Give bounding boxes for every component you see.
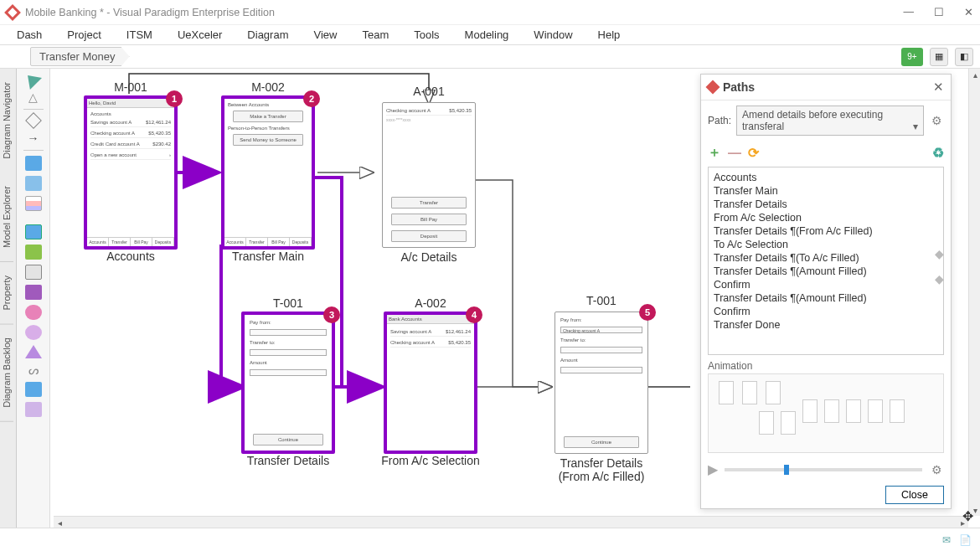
tab-diagram-navigator[interactable]: Diagram Navigator — [0, 69, 13, 173]
menu-diagram[interactable]: Diagram — [247, 28, 288, 41]
diamond-tool-icon[interactable] — [25, 112, 42, 129]
node-label: Transfer Details(From A/c Filled) — [539, 456, 664, 483]
node-id: M-001 — [87, 80, 174, 94]
resize-handle-icon[interactable]: ✥ — [962, 508, 973, 524]
wireframe-a001[interactable]: A-001 Checking account A$5,420.35 xxxx-*… — [382, 102, 476, 248]
shape-palette: △ → ᔕ — [17, 69, 50, 528]
path-step[interactable]: Transfer Details ¶(From A/c Filled) — [714, 224, 938, 238]
animation-slider[interactable] — [725, 468, 922, 471]
screen-tool-icon[interactable] — [25, 224, 42, 239]
menu-team[interactable]: Team — [362, 28, 389, 41]
menu-uexceler[interactable]: UeXceler — [178, 28, 222, 41]
horizontal-scrollbar[interactable]: ◂ ▸ — [54, 516, 968, 528]
tab-model-explorer[interactable]: Model Explorer — [0, 173, 13, 262]
paths-panel: Paths ✕ Path: Amend details before execu… — [700, 74, 952, 509]
wireframe-t001-filled[interactable]: T-001 5 Pay from: Checking account A Tra… — [554, 312, 648, 454]
node-label: Accounts — [70, 250, 191, 263]
path-step[interactable]: Confirm — [714, 305, 938, 318]
move-up-icon[interactable]: ◆ — [935, 247, 944, 260]
menu-itsm[interactable]: ITSM — [126, 28, 152, 41]
folder2-tool-icon[interactable] — [25, 176, 42, 191]
nav-tool-icon[interactable] — [25, 382, 42, 397]
minimize-icon[interactable]: — — [904, 6, 915, 18]
close-icon[interactable]: ✕ — [964, 6, 973, 18]
menu-window[interactable]: Window — [534, 28, 572, 41]
toolbar-grid-icon[interactable]: ▦ — [930, 48, 948, 66]
bubble-tool-icon[interactable] — [25, 305, 42, 320]
cycle-icon[interactable]: ♻ — [932, 145, 944, 161]
arrow-tool-icon[interactable]: → — [28, 131, 39, 145]
path-step[interactable]: Accounts — [714, 171, 938, 184]
table-tool-icon[interactable] — [25, 196, 42, 211]
note-tool-icon[interactable] — [25, 285, 42, 300]
vertical-scrollbar[interactable]: ▴ ▾ — [968, 69, 980, 516]
play-icon[interactable]: ▶ — [708, 461, 718, 477]
path-step[interactable]: Transfer Details ¶(To A/c Filled) — [714, 251, 938, 265]
panel-logo-icon — [706, 80, 720, 95]
refresh-icon[interactable]: ⟳ — [748, 145, 759, 161]
panel-close-icon[interactable]: ✕ — [933, 80, 944, 95]
add-step-icon[interactable]: ＋ — [708, 144, 721, 162]
breadcrumb-bar: Transfer Money 9+ ▦ ◧ — [0, 45, 980, 69]
path-step[interactable]: Transfer Details ¶(Amount Filled) — [714, 291, 938, 305]
oval-tool-icon[interactable] — [25, 325, 42, 340]
menu-help[interactable]: Help — [598, 28, 621, 41]
path-step[interactable]: Transfer Main — [714, 184, 938, 198]
path-step[interactable]: From A/c Selection — [714, 211, 938, 224]
up-tool-icon[interactable]: △ — [28, 90, 38, 104]
main-menu: Dash Project ITSM UeXceler Diagram View … — [0, 25, 980, 45]
path-steps-list[interactable]: AccountsTransfer MainTransfer DetailsFro… — [708, 167, 944, 355]
path-settings-icon[interactable]: ⚙ — [929, 113, 944, 128]
wireframe-a002[interactable]: A-002 4 Bank Accounts Savings account A$… — [384, 312, 477, 454]
path-step[interactable]: Transfer Details — [714, 198, 938, 211]
window-title: Mobile Banking * - Visual Paradigm Enter… — [25, 7, 275, 18]
image-tool-icon[interactable] — [25, 245, 42, 260]
window-titlebar: Mobile Banking * - Visual Paradigm Enter… — [0, 0, 980, 25]
status-bar: ✉ 📄 — [0, 528, 980, 551]
wireframe-t001[interactable]: T-001 3 Pay from: Transfer to: Amount Co… — [241, 312, 335, 454]
menu-project[interactable]: Project — [67, 28, 101, 41]
app-logo-icon — [4, 4, 21, 21]
wireframe-m002[interactable]: M-002 2 Between Accounts Make a Transfer… — [221, 95, 315, 250]
path-step[interactable]: Transfer Details ¶(Amount Filled) — [714, 265, 938, 278]
panel-title: Paths — [723, 80, 755, 94]
path-label: Path: — [708, 115, 731, 126]
path-step[interactable]: To A/c Selection — [714, 238, 938, 251]
tab-diagram-backlog[interactable]: Diagram Backlog — [0, 324, 13, 422]
doc-icon[interactable]: 📄 — [959, 534, 972, 546]
camera-tool-icon[interactable] — [25, 265, 42, 280]
folder-tool-icon[interactable] — [25, 156, 42, 171]
close-button[interactable]: Close — [885, 486, 944, 504]
triangle-tool-icon[interactable] — [25, 345, 42, 358]
menu-view[interactable]: View — [313, 28, 337, 41]
move-down-icon[interactable]: ◆ — [935, 272, 944, 286]
menu-tools[interactable]: Tools — [414, 28, 439, 41]
mail-icon[interactable]: ✉ — [942, 534, 951, 546]
maximize-icon[interactable]: ☐ — [934, 6, 944, 18]
toolbar-window-icon[interactable]: ◧ — [955, 48, 973, 66]
remove-step-icon[interactable]: — — [728, 146, 741, 161]
wireframe-m001[interactable]: M-001 1 Hello, David Accounts Savings ac… — [84, 95, 178, 250]
animation-preview — [708, 373, 944, 453]
step-badge: 1 — [166, 90, 183, 107]
zigzag-tool-icon[interactable]: ᔕ — [28, 363, 39, 377]
path-selector[interactable]: Amend details before executing transfera… — [736, 106, 924, 136]
diagram-canvas[interactable]: M-001 1 Hello, David Accounts Savings ac… — [54, 69, 968, 516]
path-step[interactable]: Transfer Done — [714, 318, 938, 332]
path-step[interactable]: Confirm — [714, 278, 938, 291]
animation-label: Animation — [708, 360, 944, 372]
tab-property[interactable]: Property — [0, 262, 13, 325]
pointer-tool-icon[interactable] — [21, 70, 41, 90]
breadcrumb[interactable]: Transfer Money — [30, 47, 130, 66]
menu-modeling[interactable]: Modeling — [465, 28, 509, 41]
notif-icon[interactable]: 9+ — [901, 48, 923, 66]
animation-settings-icon[interactable]: ⚙ — [929, 462, 944, 477]
menu-dash[interactable]: Dash — [17, 28, 42, 41]
highlight-tool-icon[interactable] — [25, 402, 42, 417]
